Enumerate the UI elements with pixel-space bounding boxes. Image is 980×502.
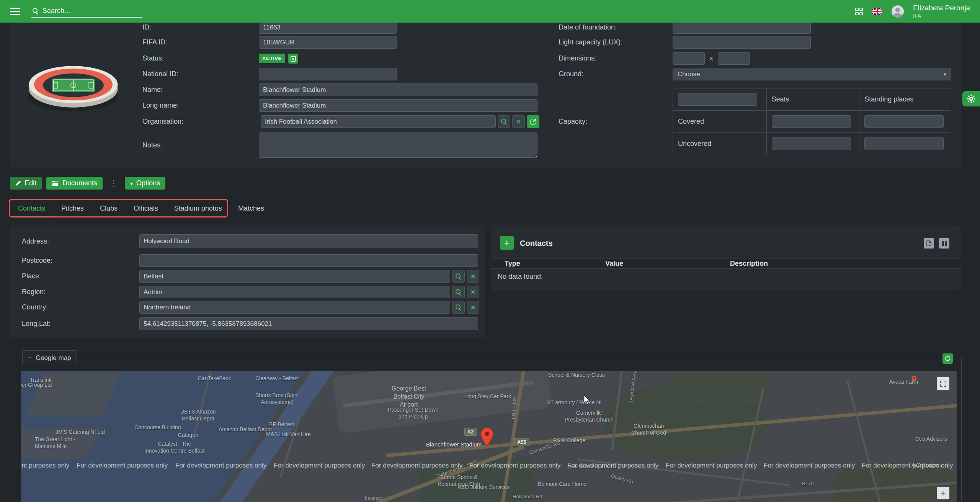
refresh-icon xyxy=(945,356,951,361)
ground-select[interactable]: Choose ▾ xyxy=(673,68,951,80)
longlat-input[interactable] xyxy=(139,317,478,330)
map-label: Passenger Set-Down and Pick-Up xyxy=(388,406,438,420)
close-icon: × xyxy=(471,288,475,296)
stadium-map-marker[interactable] xyxy=(480,428,493,448)
map-watermark: For development purposes only xyxy=(567,462,658,469)
tab[interactable]: Pitches xyxy=(53,200,92,217)
options-button[interactable]: ▾ Options xyxy=(125,177,165,190)
form-row-light-capacity: Light capacity (LUX): xyxy=(559,36,811,49)
notes-label: Notes: xyxy=(142,141,259,149)
form-row-id: ID: xyxy=(142,21,397,34)
map-refresh-button[interactable] xyxy=(942,353,953,364)
tab[interactable]: Contacts xyxy=(10,200,53,217)
organisation-input[interactable] xyxy=(261,115,496,128)
apps-grid-icon[interactable] xyxy=(855,8,863,15)
place-search-button[interactable] xyxy=(452,270,465,283)
organisation-label: Organisation: xyxy=(142,118,259,126)
seats-column-header: Seats xyxy=(766,88,859,110)
country-input[interactable] xyxy=(139,301,450,314)
user-menu[interactable]: Elizabeta Peronja IFA xyxy=(913,4,970,19)
foundation-label: Date of foundation: xyxy=(559,23,673,31)
map-watermark: For development purposes only xyxy=(666,462,757,469)
capacity-table: Seats Standing places Covered Uncovered xyxy=(673,88,951,155)
map-fullscreen-button[interactable] xyxy=(937,377,949,390)
tab-bar: Contacts Pitches Clubs Officials Stadium… xyxy=(10,200,272,217)
map-label: R&D Joinery Services xyxy=(457,484,510,491)
google-map[interactable]: Translink ber Group Ltd CanTakeBack Clea… xyxy=(21,371,957,502)
more-actions-icon[interactable]: ⋮ xyxy=(107,178,120,189)
google-map-section: − Google map Translink ber Group Ltd xyxy=(19,357,962,502)
tab[interactable]: Stadium photos xyxy=(166,200,230,217)
country-clear-button[interactable]: × xyxy=(467,301,479,314)
name-input[interactable] xyxy=(259,83,537,96)
covered-standing-input[interactable] xyxy=(864,115,944,128)
tab[interactable]: Officials xyxy=(126,200,166,217)
address-label: Address: xyxy=(22,237,137,245)
tab[interactable]: Matches xyxy=(230,200,272,217)
plus-icon: + xyxy=(940,488,946,499)
map-collapse-button[interactable]: − Google map xyxy=(22,350,77,365)
long-name-input[interactable] xyxy=(259,99,537,112)
address-input[interactable] xyxy=(139,234,478,248)
place-input[interactable] xyxy=(139,270,450,283)
notes-textarea[interactable] xyxy=(259,132,537,158)
map-label: George Best Belfast City Airport xyxy=(392,385,426,409)
contacts-panel: + Contacts Type Value Description No dat… xyxy=(491,225,961,291)
capacity-name-input[interactable] xyxy=(678,93,757,106)
map-label: Concourse Building xyxy=(134,424,181,431)
country-search-button[interactable] xyxy=(452,301,465,314)
organisation-open-button[interactable] xyxy=(527,115,539,128)
search-icon xyxy=(33,8,39,14)
id-input[interactable] xyxy=(259,21,397,34)
capacity-label: Capacity: xyxy=(559,118,673,126)
address-panel: Address: Postcode: Place: × Region: × Co… xyxy=(10,225,485,338)
uncovered-row-label: Uncovered xyxy=(673,132,767,155)
name-label: Name: xyxy=(142,86,259,94)
documents-button[interactable]: Documents xyxy=(46,177,103,190)
add-contact-button[interactable]: + xyxy=(500,236,514,250)
long-name-label: Long name: xyxy=(142,101,259,110)
region-input[interactable] xyxy=(139,286,450,298)
light-capacity-label: Light capacity (LUX): xyxy=(559,38,673,46)
map-zoom-in-button[interactable]: + xyxy=(937,487,949,499)
place-clear-button[interactable]: × xyxy=(467,270,479,283)
uncovered-standing-input[interactable] xyxy=(864,137,944,150)
foundation-input[interactable] xyxy=(673,21,811,34)
status-history-button[interactable] xyxy=(288,54,298,64)
fifa-id-input[interactable] xyxy=(259,36,397,49)
region-search-button[interactable] xyxy=(452,286,465,298)
place-row: Place: × xyxy=(22,270,479,283)
hamburger-menu-icon[interactable] xyxy=(10,8,20,15)
dimensions-label: Dimensions: xyxy=(559,54,673,62)
search-input[interactable] xyxy=(42,7,141,15)
edit-button[interactable]: Edit xyxy=(10,177,42,190)
postcode-label: Postcode: xyxy=(22,257,137,265)
stadium-illustration xyxy=(25,59,122,116)
columns-button[interactable] xyxy=(939,238,949,249)
export-button[interactable] xyxy=(924,238,934,249)
national-id-input[interactable] xyxy=(259,68,397,80)
form-row-name: Name: xyxy=(142,83,537,96)
map-watermark: For development purposes only xyxy=(469,462,560,469)
region-clear-button[interactable]: × xyxy=(467,286,479,298)
settings-gear-button[interactable] xyxy=(962,91,980,106)
form-row-dimensions: Dimensions: X xyxy=(559,52,750,65)
organisation-clear-button[interactable]: × xyxy=(512,115,525,128)
dimension-length-input[interactable] xyxy=(718,52,750,65)
dimension-width-input[interactable] xyxy=(673,52,705,65)
language-flag-icon[interactable] xyxy=(872,8,882,15)
uncovered-seats-input[interactable] xyxy=(772,137,851,150)
address-row: Address: xyxy=(22,234,478,248)
covered-seats-input[interactable] xyxy=(772,115,851,128)
tab[interactable]: Clubs xyxy=(92,200,126,217)
search-icon xyxy=(456,304,462,311)
map-green-area xyxy=(672,371,771,406)
form-row-national-id: National ID: xyxy=(142,68,397,80)
country-label: Country: xyxy=(22,303,137,311)
id-label: ID: xyxy=(142,23,259,31)
light-capacity-input[interactable] xyxy=(673,36,811,49)
organisation-search-button[interactable] xyxy=(498,115,510,128)
user-avatar[interactable] xyxy=(892,5,904,18)
contacts-column-header: Type xyxy=(491,260,605,268)
postcode-input[interactable] xyxy=(139,254,478,267)
